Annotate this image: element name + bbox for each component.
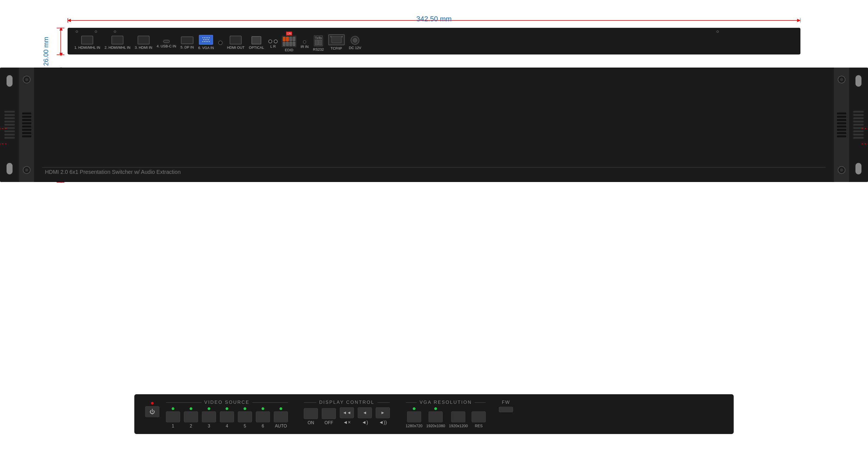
- disp-btn-voldown[interactable]: ◄◄: [340, 407, 354, 418]
- disp-btn-voldown-group[interactable]: ◄◄ ◄×: [340, 407, 354, 425]
- src-btn-2[interactable]: [184, 411, 198, 422]
- disp-btn-volup-group[interactable]: ► ◄)): [376, 407, 390, 425]
- dip2-on: [286, 37, 289, 41]
- disp-btn-off[interactable]: [322, 408, 336, 419]
- vga-btn-1080-group[interactable]: 1920x1080: [426, 407, 445, 428]
- port-edid-group: ON EDID: [282, 31, 296, 52]
- fw-section: FW: [499, 400, 513, 412]
- mount-screw-top-right: [838, 76, 845, 83]
- dim-tick-left: [68, 18, 68, 23]
- ear-hole-bottom-right: [856, 163, 862, 174]
- ear-hole-top-left: [6, 75, 12, 87]
- src-label-4: 4: [226, 424, 228, 428]
- audio-l: [268, 39, 272, 43]
- edid-on-label: ON: [286, 32, 292, 35]
- port-dp: 5. DP IN: [181, 33, 194, 49]
- dip3-bot: [289, 42, 292, 46]
- optical-label: OPTICAL: [249, 46, 264, 50]
- src-btn3-group[interactable]: 3: [202, 407, 216, 428]
- src-led-1: [172, 407, 174, 410]
- src-btn2-group[interactable]: 2: [184, 407, 198, 428]
- vga-btn-1200-group[interactable]: 1920x1200: [449, 411, 468, 428]
- vga-btn-720-group[interactable]: 1280x720: [406, 407, 423, 428]
- port-power-group: DC 12V: [349, 33, 362, 50]
- vga-label-720: 1280x720: [406, 424, 423, 428]
- port-hdmi2: 2. HDMI/MHL IN: [104, 33, 130, 50]
- mount-screw-top-left: [23, 76, 31, 83]
- vga-btn-res-group[interactable]: RES: [472, 411, 486, 428]
- power-btn[interactable]: ⏻: [145, 406, 159, 417]
- disp-btn-volup[interactable]: ►: [376, 407, 390, 418]
- mount-slots-right: [837, 83, 846, 166]
- usbc-connector: [163, 40, 170, 43]
- video-source-label: VIDEO SOURCE: [204, 400, 250, 405]
- video-source-header: VIDEO SOURCE: [166, 400, 288, 405]
- src-btn-4[interactable]: [220, 411, 234, 422]
- vga-btn-1080[interactable]: [429, 411, 443, 422]
- disp-label-volup: ◄)): [379, 420, 387, 425]
- dip4-bot: [292, 42, 295, 46]
- src-btn-1[interactable]: [166, 411, 180, 422]
- power-button-group[interactable]: ⏻: [145, 402, 159, 419]
- src-btn-6[interactable]: [256, 411, 270, 422]
- src-led-4: [225, 407, 228, 410]
- dip1-on: [283, 37, 285, 41]
- hdmi1-label: 1. HDMI/MHL IN: [74, 46, 100, 50]
- disp-btn-on[interactable]: [304, 408, 318, 419]
- display-line-left: [304, 402, 316, 403]
- ear-hole-top-right: [856, 75, 862, 87]
- disp-btn-volmute-group[interactable]: ◄ ◄): [358, 407, 372, 425]
- rs232-label: RS232: [313, 48, 324, 52]
- vga-res-line-left: [406, 402, 417, 403]
- src-label-2: 2: [190, 424, 192, 428]
- dim-arrow-left: [68, 19, 71, 22]
- fw-port[interactable]: [499, 407, 513, 412]
- disp-btn-on-group[interactable]: ON: [304, 408, 318, 425]
- ear-hole-bottom-left: [6, 163, 12, 174]
- dim-height-line-v: [60, 28, 61, 56]
- audio-r: [274, 39, 278, 43]
- fw-label: FW: [502, 400, 510, 405]
- power-connector: [351, 36, 359, 45]
- src-btn-auto-group[interactable]: AUTO: [274, 407, 288, 428]
- src-led-3: [208, 407, 210, 410]
- screw-dot-2: [95, 31, 97, 33]
- disp-label-on: ON: [308, 420, 314, 425]
- front-separator-line: [42, 167, 826, 168]
- control-panel: ⏻ VIDEO SOURCE 1: [134, 394, 734, 434]
- src-label-auto: AUTO: [275, 424, 287, 428]
- src-btn1-group[interactable]: 1: [166, 407, 180, 428]
- audio-dash-group: [218, 35, 223, 47]
- dip2-off: [286, 42, 289, 46]
- src-btn5-group[interactable]: 5: [238, 407, 252, 428]
- port-hdmi1: 1. HDMI/MHL IN: [74, 33, 100, 50]
- hdmi2-label: 2. HDMI/MHL IN: [104, 46, 130, 50]
- vga-btn-1200[interactable]: [451, 411, 465, 422]
- vga-btn-720[interactable]: [407, 411, 421, 422]
- src-btn6-group[interactable]: 6: [256, 407, 270, 428]
- dim-height-label: 26.00 mm: [42, 37, 50, 66]
- disp-btn-volmute[interactable]: ◄: [358, 407, 372, 418]
- src-label-1: 1: [172, 424, 174, 428]
- vga-btn-res[interactable]: [472, 411, 486, 422]
- dim-h-tick-bottom: [57, 55, 64, 55]
- src-btn-3[interactable]: [202, 411, 216, 422]
- src-label-6: 6: [262, 424, 264, 428]
- vga-label-1200: 1920x1200: [449, 424, 468, 428]
- vga-connector: [199, 35, 213, 45]
- src-btn-5[interactable]: [238, 411, 252, 422]
- ear-arrow-right: ←: [862, 125, 868, 132]
- disp-btn-off-group[interactable]: OFF: [322, 408, 336, 425]
- port-hdmi3: 3. HDMI IN: [135, 33, 152, 50]
- port-hdmiout: HDMI OUT: [227, 33, 244, 50]
- hdmiout-connector: [230, 36, 242, 44]
- src-btn4-group[interactable]: 4: [220, 407, 234, 428]
- vga-led-1080: [434, 407, 437, 410]
- dip1-off: [283, 42, 285, 46]
- edid-dip-switches: [282, 36, 296, 47]
- screw-dot-4: [716, 31, 719, 33]
- ear-arrow-right-2: ←: [862, 140, 868, 148]
- vga-res-header: VGA RESOLUTION: [406, 400, 486, 405]
- src-btn-auto[interactable]: [274, 411, 288, 422]
- power-label: DC 12V: [349, 46, 362, 50]
